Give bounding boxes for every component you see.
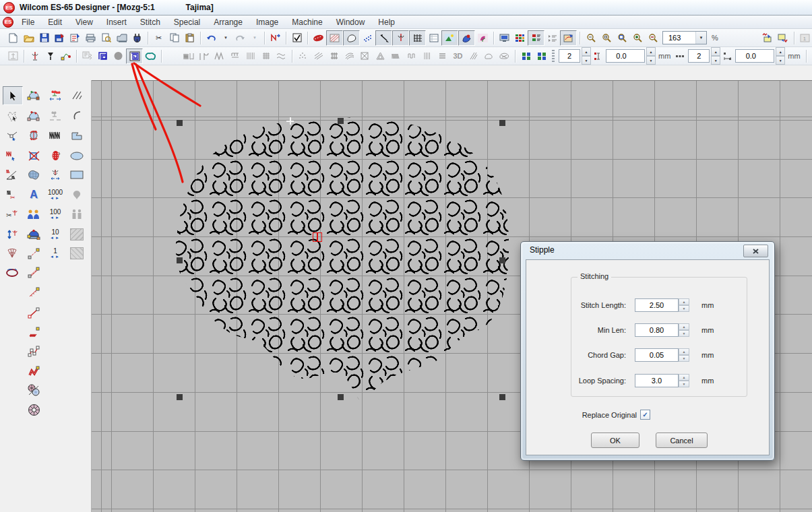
save-to-machine-icon[interactable] — [52, 31, 67, 45]
stitch-length-spinner[interactable]: ▲▼ — [679, 298, 689, 312]
rotate-tool[interactable] — [24, 127, 43, 144]
run-spacing-spinner[interactable]: 0.0 — [735, 49, 774, 63]
show-vectors-icon[interactable] — [458, 30, 475, 46]
team-names-tool[interactable] — [24, 205, 43, 223]
selection-handle-w[interactable] — [177, 257, 183, 263]
scale-1-tool[interactable]: 1◄► — [46, 245, 65, 262]
underlay-count-spinner[interactable]: 2 — [559, 49, 580, 63]
mirror-merge-v-icon[interactable] — [534, 49, 549, 63]
show-outlines-icon[interactable] — [343, 30, 360, 46]
stitch-ratio-tool[interactable] — [3, 166, 22, 183]
menu-file[interactable]: File — [15, 17, 41, 28]
measure-tool[interactable] — [3, 226, 22, 243]
zoom-combobox-dropdown-icon[interactable]: ▼ — [695, 32, 706, 44]
satin-oval-tool[interactable] — [46, 147, 65, 164]
buttonhole-tool[interactable] — [24, 381, 43, 399]
selection-handle-sw[interactable] — [177, 394, 183, 400]
selection-handle-se[interactable] — [499, 394, 505, 400]
show-background-icon[interactable] — [475, 31, 491, 45]
color-object-list-icon[interactable] — [528, 30, 544, 46]
closed-object-icon[interactable] — [143, 49, 158, 63]
run-count-spinner[interactable]: 2 — [688, 49, 710, 63]
mirror-merge-h-icon[interactable] — [518, 49, 534, 63]
select-verify-icon[interactable] — [289, 31, 305, 45]
stitch-view-icon[interactable] — [311, 31, 326, 45]
needle-entry-icon[interactable] — [27, 49, 42, 63]
zoom-in-icon[interactable] — [629, 31, 645, 45]
vertex-select-tool[interactable] — [3, 127, 22, 144]
menu-edit[interactable]: Edit — [41, 17, 69, 28]
overview-window-icon[interactable] — [560, 30, 577, 46]
cut-needle-tool[interactable]: ✂ — [3, 205, 22, 223]
show-hoop-icon[interactable] — [426, 31, 441, 45]
menu-stitch[interactable]: Stitch — [133, 17, 167, 28]
mirror-copy-tool[interactable] — [46, 86, 65, 104]
scale-10-tool[interactable]: 10◄► — [46, 226, 65, 243]
run-stitch-tool[interactable] — [24, 245, 43, 262]
reshape-object-tool[interactable] — [24, 86, 43, 104]
penetration-down-tool[interactable] — [46, 166, 65, 183]
select-tool[interactable] — [3, 86, 23, 105]
remove-overlaps-tool[interactable] — [24, 147, 43, 164]
penetrations-tool[interactable] — [67, 86, 86, 104]
min-len-spinner[interactable]: ▲▼ — [679, 323, 689, 337]
run-count-arrows[interactable]: ▲▼ — [711, 47, 720, 65]
circle-object-icon[interactable] — [111, 49, 126, 63]
single-run-tool[interactable] — [24, 304, 43, 321]
selection-handle-nw[interactable] — [177, 120, 183, 126]
menu-help[interactable]: Help — [371, 17, 402, 28]
show-picture-icon[interactable] — [441, 30, 458, 46]
reshape-fill-tool[interactable] — [24, 106, 43, 124]
reshape-node-icon[interactable] — [58, 49, 73, 63]
cap-frame-tool[interactable] — [24, 226, 43, 243]
print-icon[interactable] — [83, 31, 98, 45]
selection-handle-ne[interactable] — [499, 120, 505, 126]
toolbar-grip[interactable] — [552, 50, 555, 62]
send-to-stitch-manager-icon[interactable] — [760, 31, 776, 45]
polygon-select-tool[interactable] — [3, 106, 22, 124]
loop-spacing-spinner[interactable]: ▲▼ — [679, 374, 689, 387]
thread-colors-icon[interactable] — [512, 31, 528, 45]
open-design-icon[interactable] — [21, 31, 36, 45]
undo-icon[interactable] — [204, 31, 219, 45]
wreath-tool[interactable] — [3, 263, 22, 281]
menu-image[interactable]: Image — [249, 17, 285, 28]
eyelet-tool[interactable] — [24, 401, 43, 418]
zigzag-input-tool[interactable] — [46, 127, 65, 144]
stitch-length-input[interactable]: 2.50 — [635, 298, 679, 312]
underlay-length-spinner[interactable]: 0.0 — [606, 49, 645, 63]
stitch-machine-icon[interactable] — [114, 31, 129, 45]
chord-gap-spinner[interactable]: ▲▼ — [679, 348, 689, 362]
fan-stitch-tool[interactable] — [3, 245, 22, 262]
chord-gap-input[interactable]: 0.05 — [635, 348, 679, 362]
redo-icon[interactable] — [232, 31, 248, 45]
penetration-point-icon[interactable] — [42, 49, 58, 63]
ok-button[interactable]: OK — [591, 433, 639, 448]
menu-insert[interactable]: Insert — [100, 17, 133, 28]
stipple-run-icon[interactable] — [126, 49, 143, 64]
menu-special[interactable]: Special — [167, 17, 207, 28]
menu-window[interactable]: Window — [330, 17, 372, 28]
triple-run-tool[interactable] — [24, 263, 43, 281]
underlay-count-arrows[interactable]: ▲▼ — [582, 47, 591, 65]
scale-100-tool[interactable]: 100◄► — [46, 205, 65, 223]
redo-dropdown-icon[interactable]: ▼ — [248, 31, 261, 45]
show-grid-icon[interactable] — [409, 30, 426, 46]
document-system-menu-icon[interactable]: ES — [3, 17, 13, 28]
replace-original-checkbox[interactable]: ✓ — [640, 410, 650, 420]
machine-connection-icon[interactable] — [129, 31, 145, 45]
zoom-previous-icon[interactable] — [583, 31, 598, 45]
receive-from-machine-icon[interactable] — [776, 31, 791, 45]
fill-blob-tool[interactable] — [24, 166, 43, 183]
arc-tool[interactable] — [67, 106, 86, 124]
zoom-box-icon[interactable] — [614, 31, 629, 45]
stitch-cut-tool[interactable]: ✂ — [3, 186, 22, 203]
menu-arrange[interactable]: Arrange — [207, 17, 249, 28]
print-preview-icon[interactable] — [98, 31, 114, 45]
scale-1000-tool[interactable]: 1000◄► — [46, 186, 65, 203]
cancel-button[interactable]: Cancel — [656, 433, 708, 448]
paste-icon[interactable] — [182, 31, 197, 45]
stitch-list-icon[interactable] — [544, 31, 560, 45]
slow-redraw-icon[interactable] — [497, 31, 512, 45]
show-needle-points-icon[interactable] — [392, 30, 409, 46]
